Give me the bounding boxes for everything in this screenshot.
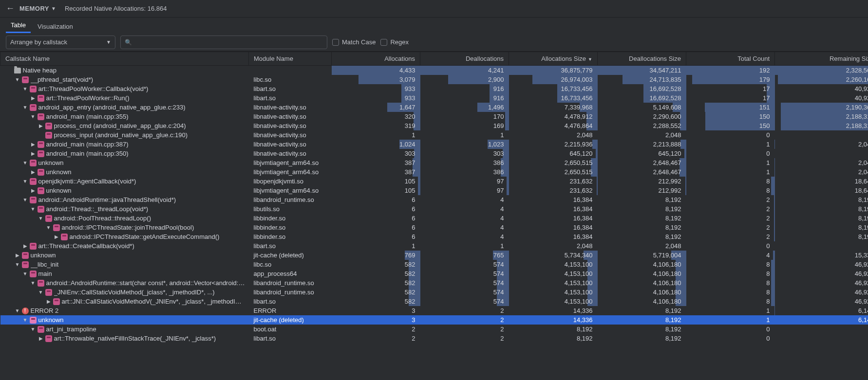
table-row[interactable]: ▼android_app_entry (android_native_app_g… (0, 103, 868, 112)
cell-total: 1 (766, 167, 770, 177)
cell-dealloc: 386 (493, 167, 504, 177)
cell-total: 150 (759, 112, 770, 121)
cell-total: 192 (759, 66, 770, 75)
collapse-icon[interactable]: ▼ (38, 290, 44, 295)
table-container[interactable]: Callstack NameModule NameAllocationsDeal… (0, 52, 868, 380)
table-row[interactable]: ▶android_main (main.cpp:350)libnative-ac… (0, 149, 868, 158)
back-arrow-icon[interactable]: ← (6, 3, 15, 14)
table-row[interactable]: ▼__pthread_start(void*)libc.so3,0792,900… (0, 75, 868, 84)
regex-checkbox[interactable]: Regex (380, 38, 409, 46)
expand-icon[interactable]: ▶ (30, 95, 37, 101)
module-name: libandroid_runtime.so (249, 278, 332, 288)
expand-icon[interactable]: ▶ (14, 253, 21, 258)
table-row[interactable]: ▼android::AndroidRuntime::javaThreadShel… (0, 195, 868, 204)
table-row[interactable]: Native heap4,4334,24136,875,77934,547,21… (0, 66, 868, 75)
table-row[interactable]: process_input (android_native_app_glue.c… (0, 130, 868, 140)
cell-dealloc_size: 8,192 (665, 195, 681, 204)
table-row[interactable]: ▼unknownjit-cache (deleted)3214,3368,192… (0, 315, 868, 325)
table-row[interactable]: ▶art::Throwable_nativeFillInStackTrace(_… (0, 334, 868, 343)
collapse-icon[interactable]: ▼ (22, 105, 29, 110)
collapse-icon[interactable]: ▼ (14, 262, 21, 267)
expand-icon[interactable]: ▶ (22, 243, 29, 249)
expand-icon[interactable]: ▶ (45, 299, 52, 304)
table-row[interactable]: ▼art::ThreadPoolWorker::Callback(void*)l… (0, 84, 868, 93)
table-row[interactable]: ▼openjdkjvmti::AgentCallback(void*)libop… (0, 177, 868, 186)
callstack-name: android::PoolThread::threadLoop() (54, 215, 151, 222)
collapse-icon[interactable]: ▼ (38, 216, 44, 221)
col-header-dealloc[interactable]: Deallocations (420, 52, 509, 66)
table-row[interactable]: ▼android::PoolThread::threadLoop()libbin… (0, 214, 868, 223)
match-case-checkbox[interactable]: Match Case (332, 38, 376, 46)
callstack-name: unknown (31, 252, 56, 259)
table-row[interactable]: ▶unknownlibjvmtiagent_arm64.so10597231,6… (0, 186, 868, 195)
cell-dealloc: 574 (493, 269, 504, 278)
collapse-icon[interactable]: ▼ (22, 179, 29, 184)
collapse-icon[interactable]: ▼ (22, 271, 29, 276)
cell-total: 0 (766, 149, 770, 158)
col-header-module[interactable]: Module Name (249, 52, 332, 66)
table-row[interactable]: ▼_JNIEnv::CallStaticVoidMethod(_jclass*,… (0, 288, 868, 297)
collapse-icon[interactable]: ▼ (22, 160, 29, 165)
col-header-alloc_size[interactable]: Allocations Size▼ (509, 52, 598, 66)
table-row[interactable]: ▼__libc_initlibc.so5825744,153,1004,106,… (0, 260, 868, 269)
cell-dealloc: 4,241 (488, 66, 504, 75)
bar-fill (771, 278, 775, 288)
table-row[interactable]: ▶unknownlibjvmtiagent_arm64.so3873862,65… (0, 167, 868, 177)
table-row[interactable]: ▶art::ThreadPoolWorker::Run()libart.so93… (0, 93, 868, 103)
table-row[interactable]: ▼unknownlibjvmtiagent_arm64.so3873862,65… (0, 158, 868, 167)
tab-visualization[interactable]: Visualization (33, 20, 78, 33)
bar-fill (771, 260, 775, 269)
expand-icon[interactable]: ▶ (53, 234, 60, 239)
collapse-icon[interactable]: ▼ (30, 280, 37, 286)
cell-total: 2 (766, 214, 770, 223)
table-row[interactable]: ▼android_main (main.cpp:355)libnative-ac… (0, 112, 868, 121)
table-row[interactable]: ▼mainapp_process645825744,153,1004,106,1… (0, 269, 868, 278)
col-header-dealloc_size[interactable]: Deallocations Size (598, 52, 686, 66)
cell-alloc: 2 (412, 325, 415, 334)
collapse-icon[interactable]: ▼ (22, 197, 29, 202)
heap-icon (30, 86, 37, 92)
expand-icon[interactable]: ▶ (30, 169, 37, 175)
col-header-remain[interactable]: Remaining Size (775, 52, 868, 66)
table-row[interactable]: ▼ERROR 2ERROR3214,3368,19216,144 (0, 306, 868, 315)
cell-alloc: 105 (405, 186, 415, 195)
cell-remain: 6,144 (858, 306, 868, 315)
col-header-alloc[interactable]: Allocations (332, 52, 420, 66)
table-row[interactable]: ▼android::IPCThreadState::joinThreadPool… (0, 223, 868, 232)
table-row[interactable]: ▶process_cmd (android_native_app_glue.c:… (0, 121, 868, 130)
col-header-total[interactable]: Total Count (686, 52, 775, 66)
collapse-icon[interactable]: ▼ (30, 206, 37, 212)
arrange-dropdown[interactable]: Arrange by callstack ▼ (6, 36, 115, 49)
table-row[interactable]: ▼android::Thread::_threadLoop(void*)libu… (0, 204, 868, 214)
cell-dealloc: 386 (493, 158, 504, 167)
expand-icon[interactable]: ▶ (30, 151, 37, 156)
collapse-icon[interactable]: ▼ (22, 86, 29, 91)
chevron-down-icon[interactable]: ▼ (51, 6, 56, 11)
collapse-icon[interactable]: ▼ (14, 77, 21, 82)
heap-icon (45, 335, 52, 342)
table-row[interactable]: ▶android_main (main.cpp:387)libnative-ac… (0, 140, 868, 149)
table-row[interactable]: ▶art::Thread::CreateCallback(void*)libar… (0, 241, 868, 251)
tab-table[interactable]: Table (6, 18, 31, 33)
collapse-icon[interactable]: ▼ (22, 317, 29, 323)
search-box[interactable]: 🔍 (120, 36, 327, 49)
table-row[interactable]: ▶art::JNI::CallStaticVoidMethodV(_JNIEnv… (0, 297, 868, 306)
collapse-icon[interactable]: ▼ (14, 308, 21, 313)
expand-icon[interactable]: ▶ (38, 123, 44, 128)
folder-icon (14, 68, 21, 73)
expand-icon[interactable]: ▶ (30, 188, 37, 193)
expand-icon[interactable]: ▶ (30, 142, 37, 147)
cell-total: 0 (766, 325, 770, 334)
collapse-icon[interactable]: ▼ (30, 326, 37, 332)
expand-icon[interactable]: ▶ (38, 336, 44, 341)
search-input[interactable] (135, 38, 323, 46)
col-header-name[interactable]: Callstack Name (0, 52, 249, 66)
table-row[interactable]: ▼art_jni_trampolineboot.oat228,1928,1920… (0, 325, 868, 334)
cell-dealloc_size: 645,120 (659, 149, 681, 158)
table-row[interactable]: ▼android::AndroidRuntime::start(char con… (0, 278, 868, 288)
collapse-icon[interactable]: ▼ (45, 225, 52, 230)
table-row[interactable]: ▶android::IPCThreadState::getAndExecuteC… (0, 232, 868, 241)
table-row[interactable]: ▶unknownjit-cache (deleted)7697655,734,3… (0, 251, 868, 260)
collapse-icon[interactable]: ▼ (30, 114, 37, 119)
callstack-name: art::ThreadPoolWorker::Callback(void*) (38, 85, 149, 92)
